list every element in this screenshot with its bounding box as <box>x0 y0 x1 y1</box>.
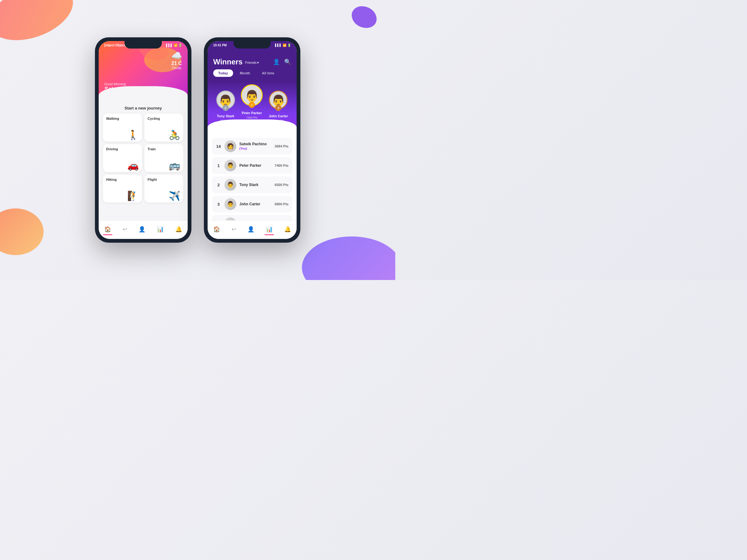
home-icon-2: 🏠 <box>213 226 220 233</box>
bottom-nav-winners: 🏠 ↩ 👤 📊 🔔 <box>208 220 297 239</box>
cycling-icon: 🚴 <box>148 130 180 140</box>
winners-scroll-area: 10:41 PM ▌▌▌ 📶 🔋 Winners Friends ▾ <box>208 41 297 220</box>
nav-active-indicator <box>103 234 112 235</box>
notch <box>125 41 162 49</box>
stats-icon-2: 📊 <box>266 226 273 233</box>
lb-name-john: John Carter <box>239 202 272 206</box>
nav-history[interactable]: ↩ <box>123 226 127 233</box>
phone-winners-inner: 10:41 PM ▌▌▌ 📶 🔋 Winners Friends ▾ <box>208 41 297 239</box>
journey-card-cycling[interactable]: Cycling 🚴 <box>145 113 183 141</box>
podium-2nd: 👨 2 Tony Stark 6500 Pts <box>216 90 235 122</box>
lb-avatar-reeta: 👩 <box>225 217 236 220</box>
journey-card-flight[interactable]: Flight ✈️ <box>145 175 183 203</box>
greeting-text: Good Morning <box>104 82 145 86</box>
battery-icon-2: 🔋 <box>287 44 291 47</box>
journey-card-driving[interactable]: Driving 🚗 <box>103 144 142 172</box>
lb-rank-14: 14 <box>216 144 221 149</box>
bg-blob-bottomright <box>302 236 395 280</box>
journey-card-train[interactable]: Train 🚌 <box>145 144 183 172</box>
train-icon: 🚌 <box>148 161 180 170</box>
lb-row-4[interactable]: 4 👩 Reeta Chainani 5400 Pts <box>212 215 292 220</box>
lb-row-1[interactable]: 1 👨 Peter Parker 7400 Pts <box>212 157 292 174</box>
chevron-down-icon: ▾ <box>257 61 259 65</box>
hiking-icon: 🧗 <box>106 191 139 201</box>
lb-pts-satwik: 3684 Pts <box>275 144 288 148</box>
hiking-label: Hiking <box>106 178 139 181</box>
nav-stats[interactable]: 📊 <box>157 226 164 233</box>
journey-card-walking[interactable]: Walking 🚶 <box>103 113 142 141</box>
podium-name-1st: Peter Parker <box>242 111 262 115</box>
person-add-icon[interactable]: 👤 <box>273 58 280 65</box>
tab-today[interactable]: Today <box>213 70 233 77</box>
lb-pts-john: 5800 Pts <box>275 202 288 206</box>
avatar-wrap-3rd: 👨 3 <box>269 90 288 109</box>
train-label: Train <box>148 147 180 151</box>
time-display: [object Object] <box>104 44 126 47</box>
driving-label: Driving <box>106 147 139 151</box>
medal-bronze: 3 <box>275 105 281 111</box>
podium-pts-1st: 7400 Pts <box>246 116 257 119</box>
bg-blob-purple <box>352 6 377 28</box>
battery-icon: 🔋 <box>178 44 182 47</box>
podium-3rd: 👨 3 John Carter 5800 Pts <box>269 90 288 122</box>
phone-journey: [object Object] ▌▌▌ 📶 🔋 Good Morning Sat… <box>95 37 191 243</box>
bell-icon: 🔔 <box>175 226 182 233</box>
medal-gold: 1 <box>249 102 255 108</box>
lb-rank-2: 2 <box>216 183 221 187</box>
journey-card-hiking[interactable]: Hiking 🧗 <box>103 175 142 203</box>
journey-grid: Walking 🚶 Cycling 🚴 Driving 🚗 Train 🚌 <box>103 113 183 203</box>
nav2-home[interactable]: 🏠 <box>213 226 220 233</box>
podium-name-3rd: John Carter <box>269 114 288 118</box>
search-icon[interactable]: 🔍 <box>284 58 291 65</box>
journey-title: Start a new journey <box>103 106 183 110</box>
tab-month[interactable]: Month <box>235 70 255 77</box>
notch-2 <box>233 41 271 49</box>
wifi-icon: 📶 <box>174 44 177 47</box>
leaderboard-list: 14 🧑 Satwik Pachino (You) 3684 Pts 1 👨 P… <box>208 135 297 220</box>
lb-row-3[interactable]: 3 👨 John Carter 5800 Pts <box>212 196 292 212</box>
hero-wave <box>99 86 188 103</box>
lb-name-satwik: Satwik Pachino (You) <box>239 142 272 151</box>
profile-icon-2: 👤 <box>248 226 254 233</box>
lb-row-2[interactable]: 2 👨 Tony Stark 6500 Pts <box>212 177 292 193</box>
lb-avatar-satwik: 🧑 <box>225 140 236 152</box>
medal-silver: 2 <box>223 105 229 111</box>
signal-icon: ▌▌▌ <box>166 44 173 47</box>
nav2-profile[interactable]: 👤 <box>248 226 254 233</box>
nav2-stats[interactable]: 📊 <box>266 226 273 233</box>
winners-header: Winners Friends ▾ 👤 🔍 <box>208 47 297 70</box>
friends-dropdown[interactable]: Friends ▾ <box>245 61 259 65</box>
driving-icon: 🚗 <box>106 161 139 170</box>
lb-name-tony: Tony Stark <box>239 183 272 187</box>
hero-header: [object Object] ▌▌▌ 📶 🔋 Good Morning Sat… <box>99 41 188 103</box>
lb-name-peter: Peter Parker <box>239 163 272 168</box>
nav-active-indicator-2 <box>264 234 274 235</box>
nav-profile[interactable]: 👤 <box>138 226 145 233</box>
lb-avatar-peter: 👨 <box>225 160 236 171</box>
winners-title: Winners <box>213 58 242 66</box>
flight-label: Flight <box>148 178 180 181</box>
weather-desc: Cloudy <box>171 66 182 70</box>
tab-alltime[interactable]: All time <box>257 70 280 77</box>
podium-pts-2nd: 6500 Pts <box>220 119 231 122</box>
lb-avatar-tony: 👨 <box>225 179 236 191</box>
stats-icon: 📊 <box>157 226 164 233</box>
tabs-row: Today Month All time <box>208 70 297 81</box>
bg-blob-topleft <box>0 0 81 51</box>
podium-name-2nd: Tony Stark <box>217 114 234 118</box>
lb-rank-1: 1 <box>216 163 221 168</box>
winners-action-icons: 👤 🔍 <box>273 58 291 65</box>
avatar-wrap-1st: 👨 1 <box>241 84 263 106</box>
nav2-notifications[interactable]: 🔔 <box>284 226 291 233</box>
nav2-history[interactable]: ↩ <box>232 226 236 233</box>
nav-home[interactable]: 🏠 <box>104 226 111 233</box>
history-icon-2: ↩ <box>232 226 236 233</box>
status-icons: ▌▌▌ 📶 🔋 <box>166 44 182 47</box>
journey-section: Start a new journey Walking 🚶 Cycling 🚴 … <box>99 103 188 205</box>
phones-container: [object Object] ▌▌▌ 📶 🔋 Good Morning Sat… <box>95 37 300 243</box>
signal-icon-2: ▌▌▌ <box>275 44 282 47</box>
flight-icon: ✈️ <box>148 191 180 201</box>
weather-temp: 21 C <box>171 61 182 66</box>
nav-notifications[interactable]: 🔔 <box>175 226 182 233</box>
lb-row-14[interactable]: 14 🧑 Satwik Pachino (You) 3684 Pts <box>212 138 292 155</box>
